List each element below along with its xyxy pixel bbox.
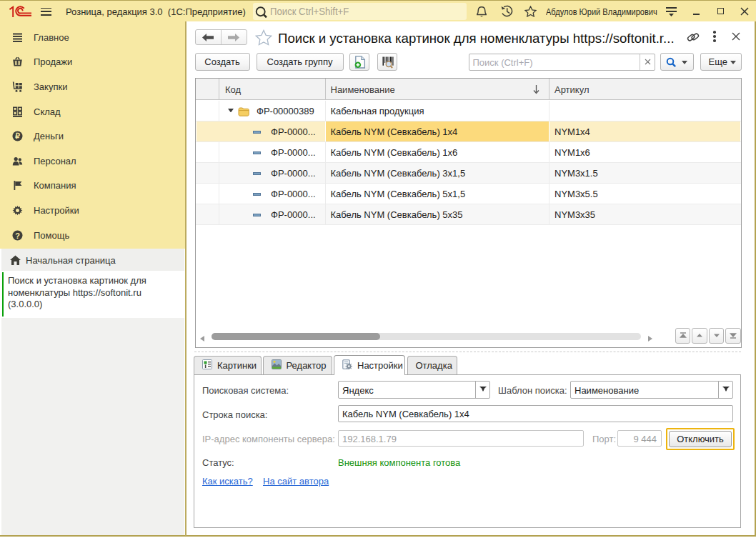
svg-text:₽: ₽ — [15, 131, 20, 140]
svg-text:?: ? — [15, 231, 20, 239]
